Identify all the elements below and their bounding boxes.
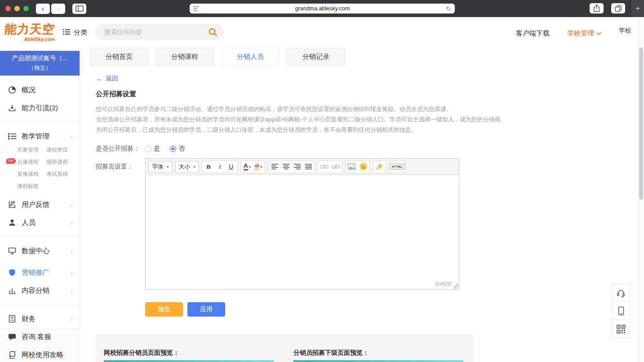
tab-distribution-courses[interactable]: 分销课程	[155, 48, 214, 66]
scrollbar-track[interactable]	[638, 17, 644, 362]
scrollbar-thumb[interactable]	[639, 48, 643, 200]
sidebar-item-support[interactable]: 咨询.客服	[0, 328, 80, 346]
chevron-right-icon: ›	[71, 269, 73, 277]
font-color-button[interactable]: A ▾	[242, 161, 253, 172]
ablesky-logo[interactable]: 能力天空 AbleSky.com	[4, 21, 55, 42]
qr-code-button[interactable]	[612, 320, 630, 338]
zoom-window-button[interactable]	[23, 6, 29, 11]
submenu-live-course[interactable]: 直播课程	[17, 170, 39, 178]
new-tab-button[interactable]: +	[631, 0, 644, 17]
clear-format-button[interactable]	[374, 161, 385, 172]
browser-nav-buttons: ‹ ›	[36, 4, 65, 14]
align-left-button[interactable]	[269, 161, 280, 172]
sidebar-item-feedback[interactable]: 用户反馈 ›	[0, 196, 80, 214]
align-justify-button[interactable]	[303, 161, 314, 172]
radio-no[interactable]: 否	[170, 145, 185, 153]
qr-code-icon	[617, 325, 626, 334]
submenu-vod-course[interactable]: 点播课程	[17, 158, 39, 166]
back-arrow-icon: ←	[96, 75, 103, 83]
sidebar-item-overview[interactable]: 概况	[0, 81, 80, 99]
sidebar-item-distribution[interactable]: 内容分销 ›	[0, 282, 80, 299]
font-family-dropdown[interactable]: 字体 ▾	[148, 161, 173, 173]
chevron-right-icon: ›	[71, 287, 73, 295]
mobile-version-button[interactable]	[612, 302, 630, 320]
recruit-label: 是否公开招募：	[96, 145, 145, 153]
font-size-dropdown[interactable]: 大小 ▾	[175, 161, 200, 173]
underline-button[interactable]: U	[226, 161, 236, 172]
refresh-icon[interactable]: ↻	[446, 5, 451, 12]
description-text: 您可以招募自己的学员参与二级分销活动。通过学员分销完成的购买，该学员可依照您设置…	[96, 104, 592, 135]
submenu-exam-system[interactable]: 考试系统	[46, 170, 68, 178]
sidebar-item-finance[interactable]: 财务 ›	[0, 310, 80, 328]
submenu-course-tags[interactable]: 课程标签	[17, 183, 39, 190]
categories-list-icon	[63, 29, 70, 36]
tabs-icon	[615, 5, 622, 12]
preview-button[interactable]: 预览	[145, 302, 183, 317]
client-download-link[interactable]: 客户端下载	[516, 29, 550, 38]
highlight-color-button[interactable]: ab ▾	[253, 161, 264, 172]
list-icon	[8, 133, 16, 140]
tab-distribution-home[interactable]: 分销首页	[90, 48, 148, 66]
bold-button[interactable]: B	[203, 161, 214, 172]
align-center-button[interactable]	[280, 161, 291, 172]
submenu-class-course[interactable]: 报班课程	[46, 158, 68, 166]
sidebar-toggle-button[interactable]	[72, 4, 86, 14]
remove-link-button[interactable]	[330, 161, 341, 172]
overview-clock-icon	[8, 86, 16, 94]
description-line-2: 当您选择公开招募后，所有未成为您分销员的学员均可在网校课堂app或H5网校-个人…	[96, 114, 592, 125]
radio-yes[interactable]: 是	[145, 145, 160, 153]
browser-forward-button[interactable]: ›	[51, 4, 65, 14]
address-bar[interactable]: grandma.ablesky.com ↻	[190, 4, 455, 13]
caret-down-icon: ▾	[167, 165, 169, 169]
recruit-page-label: 招募页设置：	[96, 158, 145, 171]
search-icon[interactable]	[208, 27, 218, 37]
html-source-button[interactable]: HTML	[390, 164, 404, 170]
submenu-plan-management[interactable]: 方案管理	[17, 146, 39, 154]
sidebar-divider	[0, 304, 80, 304]
tab-overview-button[interactable]	[611, 3, 625, 13]
italic-button[interactable]: I	[214, 161, 225, 172]
close-window-button[interactable]	[5, 6, 11, 11]
description-line-1: 您可以招募自己的学员参与二级分销活动。通过学员分销完成的购买，该学员可依照您设置…	[96, 104, 592, 114]
editor-content-area[interactable]	[146, 175, 459, 279]
back-link[interactable]: ← 返回	[96, 75, 118, 83]
headset-icon	[616, 289, 626, 298]
sidebar-toggle-icon	[76, 5, 84, 12]
book-icon	[8, 351, 16, 359]
chevron-down-icon	[596, 32, 601, 35]
admin-sidebar: 产品部测试账号（... （独立） 概况 能力引流(2)	[0, 47, 80, 362]
share-button[interactable]	[590, 3, 604, 13]
reader-view-icon[interactable]	[193, 6, 199, 11]
hot-badge: hot	[6, 158, 16, 164]
sidebar-item-marketing[interactable]: 营销推广 ›	[0, 264, 80, 282]
insert-emoji-button[interactable]	[358, 161, 369, 172]
school-admin-menu[interactable]: 学校管理	[567, 29, 601, 38]
teaching-submenu: 方案管理 课程类目 hot 点播课程 报班课程 直播课程 考试系统 课程标签	[17, 146, 80, 190]
minimize-window-button[interactable]	[14, 6, 20, 11]
align-right-button[interactable]	[292, 161, 302, 172]
account-box[interactable]: 产品部测试账号（... （独立）	[0, 51, 80, 76]
categories-button[interactable]: 分类	[63, 28, 87, 37]
logo-title: 能力天空	[4, 21, 56, 37]
resize-handle-icon[interactable]	[453, 284, 458, 289]
sidebar-item-leads[interactable]: 能力引流(2)	[0, 99, 80, 117]
edit-square-icon	[8, 201, 16, 209]
search-input[interactable]	[104, 28, 208, 36]
insert-image-button[interactable]	[346, 161, 357, 172]
submenu-course-category[interactable]: 课程类目	[46, 146, 68, 154]
apply-button[interactable]: 应用	[187, 302, 225, 317]
insert-link-button[interactable]	[319, 161, 330, 172]
tab-distribution-staff[interactable]: 分销人员	[221, 48, 280, 66]
caret-down-icon: ▾	[194, 165, 196, 169]
sidebar-item-teaching[interactable]: 教学管理 ›	[0, 127, 80, 145]
tab-distribution-records[interactable]: 分销记录	[287, 48, 345, 66]
sidebar-item-personnel[interactable]: 人员 ›	[0, 214, 80, 232]
customer-service-button[interactable]	[612, 284, 630, 302]
browser-back-button[interactable]: ‹	[36, 4, 50, 14]
search-bar[interactable]	[95, 24, 224, 40]
align-justify-icon	[305, 164, 312, 170]
sidebar-item-data-center[interactable]: 数据中心 ›	[0, 242, 80, 260]
school-account-label[interactable]: 学校	[619, 27, 631, 35]
sidebar-item-guide[interactable]: 网校使用攻略	[0, 346, 80, 362]
caret-down-icon: ▾	[260, 165, 262, 169]
